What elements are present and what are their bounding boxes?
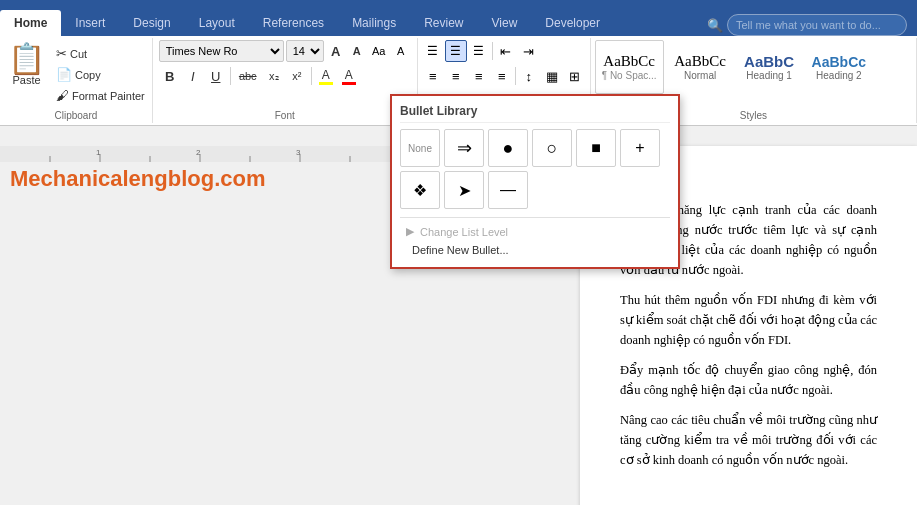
format-painter-icon: 🖌 — [56, 88, 69, 103]
clipboard-group-label: Clipboard — [0, 110, 152, 121]
tab-developer[interactable]: Developer — [531, 10, 614, 36]
svg-text:3: 3 — [296, 148, 301, 157]
list-bullet-button[interactable]: ☰ — [422, 40, 444, 62]
strikethrough-button[interactable]: abc — [234, 65, 262, 87]
change-list-level-item[interactable]: ▶ Change List Level — [400, 222, 670, 241]
text-highlight-button[interactable]: A — [315, 65, 337, 87]
para-sep-2 — [515, 67, 516, 85]
decrease-indent-button[interactable]: ⇤ — [495, 40, 517, 62]
font-color-icon: A — [345, 68, 353, 82]
svg-text:1: 1 — [96, 148, 101, 157]
para-row-1: ☰ ☰ ☰ ⇤ ⇥ — [422, 40, 586, 62]
style-heading1-label: Heading 1 — [746, 70, 792, 81]
style-heading2-button[interactable]: AaBbCc Heading 2 — [806, 40, 872, 94]
tell-me-input[interactable] — [727, 14, 907, 36]
style-heading2-label: Heading 2 — [816, 70, 862, 81]
paste-label: Paste — [12, 74, 40, 86]
format-separator-2 — [311, 67, 312, 85]
style-nospacing-preview: AaBbCc — [674, 53, 726, 70]
bullet-library-dropdown: Bullet Library None ⇒ ● ○ ■ + ❖ ➤ — ▶ Ch… — [390, 94, 680, 269]
para-sep-1 — [492, 42, 493, 60]
font-name-select[interactable]: Times New Ro — [159, 40, 284, 62]
align-center-button[interactable]: ≡ — [445, 65, 467, 87]
bold-button[interactable]: B — [159, 65, 181, 87]
align-left-button[interactable]: ≡ — [422, 65, 444, 87]
increase-font-button[interactable]: A — [326, 41, 346, 61]
style-normal-button[interactable]: AaBbCc ¶ No Spac... — [595, 40, 664, 94]
format-painter-button[interactable]: 🖌 Format Painter — [53, 86, 148, 105]
svg-text:2: 2 — [196, 148, 201, 157]
align-right-button[interactable]: ≡ — [468, 65, 490, 87]
line-spacing-button[interactable]: ↕ — [518, 65, 540, 87]
clipboard-group: 📋 Paste ✂ Cut 📄 Copy 🖌 Format Painter Cl… — [0, 38, 153, 123]
style-heading2-preview: AaBbCc — [812, 54, 866, 70]
tab-design[interactable]: Design — [119, 10, 184, 36]
doc-para-2: Thu hút thêm nguồn vốn FDI nhưng đi kèm … — [620, 290, 877, 350]
tab-layout[interactable]: Layout — [185, 10, 249, 36]
borders-button[interactable]: ⊞ — [564, 65, 586, 87]
style-normal-preview: AaBbCc — [603, 53, 655, 70]
underline-button[interactable]: U — [205, 65, 227, 87]
bullet-filled-square[interactable]: ■ — [576, 129, 616, 167]
bullet-filled-circle[interactable]: ● — [488, 129, 528, 167]
format-painter-label: Format Painter — [72, 90, 145, 102]
paste-button[interactable]: 📋 Paste — [4, 42, 49, 88]
font-size-controls: A A — [326, 41, 367, 61]
dropdown-separator-1 — [400, 217, 670, 218]
style-normal-label: ¶ No Spac... — [602, 70, 657, 81]
font-group-label: Font — [153, 110, 417, 121]
tell-me-area: 🔍 — [707, 14, 907, 36]
para-row-2: ≡ ≡ ≡ ≡ ↕ ▦ ⊞ — [422, 65, 586, 87]
bullet-none[interactable]: None — [400, 129, 440, 167]
highlight-color-bar — [319, 82, 333, 85]
tab-home[interactable]: Home — [0, 10, 61, 36]
font-size-select[interactable]: 14 — [286, 40, 324, 62]
cut-button[interactable]: ✂ Cut — [53, 44, 148, 63]
copy-button[interactable]: 📄 Copy — [53, 65, 148, 84]
subscript-button[interactable]: x₂ — [263, 65, 285, 87]
paste-icon: 📋 — [8, 44, 45, 74]
font-color-bar — [342, 82, 356, 85]
copy-icon: 📄 — [56, 67, 72, 82]
justify-button[interactable]: ≡ — [491, 65, 513, 87]
bullet-open-circle[interactable]: ○ — [532, 129, 572, 167]
tab-mailings[interactable]: Mailings — [338, 10, 410, 36]
bullet-arrow[interactable]: ⇒ — [444, 129, 484, 167]
bullet-triangle[interactable]: ➤ — [444, 171, 484, 209]
search-icon: 🔍 — [707, 18, 723, 33]
tab-view[interactable]: View — [478, 10, 532, 36]
list-multilevel-button[interactable]: ☰ — [468, 40, 490, 62]
styles-row: AaBbCc ¶ No Spac... AaBbCc Normal AaBbC … — [595, 40, 912, 94]
font-color-button[interactable]: A — [338, 65, 360, 87]
style-nospacing-button[interactable]: AaBbCc Normal — [668, 40, 733, 94]
style-heading1-preview: AaBbC — [744, 53, 794, 70]
change-list-level-icon: ▶ — [406, 225, 414, 238]
font-case-button[interactable]: Aa — [369, 41, 389, 61]
bullet-grid-row1: None ⇒ ● ○ ■ + — [400, 129, 670, 167]
format-separator-1 — [230, 67, 231, 85]
superscript-button[interactable]: x² — [286, 65, 308, 87]
watermark: Mechanicalengblog.com — [10, 166, 266, 192]
decrease-font-button[interactable]: A — [347, 41, 367, 61]
clear-format-button[interactable]: A — [391, 41, 411, 61]
cut-icon: ✂ — [56, 46, 67, 61]
increase-indent-button[interactable]: ⇥ — [518, 40, 540, 62]
define-new-bullet-label: Define New Bullet... — [412, 244, 509, 256]
define-new-bullet-item[interactable]: Define New Bullet... — [400, 241, 670, 259]
style-heading1-button[interactable]: AaBbC Heading 1 — [737, 40, 802, 94]
change-list-level-label: Change List Level — [420, 226, 508, 238]
list-numbered-button[interactable]: ☰ — [445, 40, 467, 62]
bullet-grid-row2: ❖ ➤ — — [400, 171, 670, 209]
shading-button[interactable]: ▦ — [541, 65, 563, 87]
tab-insert[interactable]: Insert — [61, 10, 119, 36]
copy-label: Copy — [75, 69, 101, 81]
tab-references[interactable]: References — [249, 10, 338, 36]
bullet-diamond[interactable]: ❖ — [400, 171, 440, 209]
tab-review[interactable]: Review — [410, 10, 477, 36]
highlight-icon: A — [322, 68, 330, 82]
font-group: Times New Ro 14 A A Aa A B I U abc x₂ x²… — [153, 38, 418, 123]
bullet-dash[interactable]: — — [488, 171, 528, 209]
bullet-plus[interactable]: + — [620, 129, 660, 167]
italic-button[interactable]: I — [182, 65, 204, 87]
ribbon: 📋 Paste ✂ Cut 📄 Copy 🖌 Format Painter Cl… — [0, 36, 917, 126]
